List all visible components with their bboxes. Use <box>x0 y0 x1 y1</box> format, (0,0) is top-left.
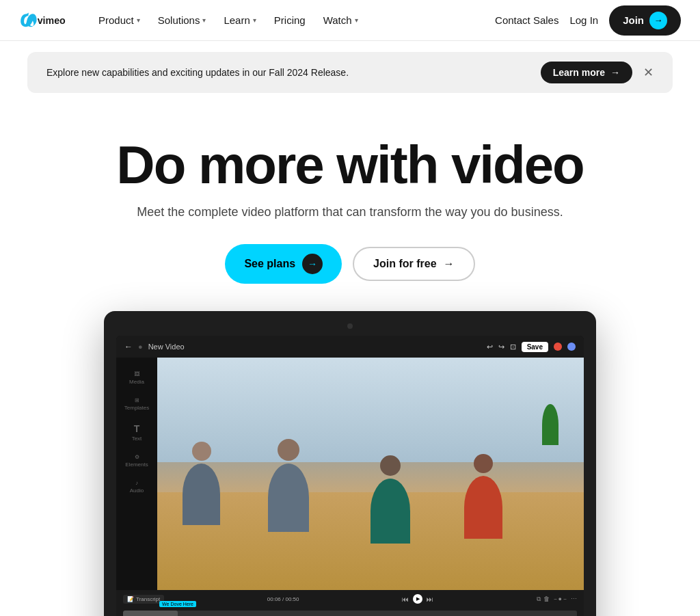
person-4 <box>464 454 502 539</box>
track-progress <box>123 611 178 616</box>
learn-more-arrow-icon: → <box>610 67 620 78</box>
nav-learn[interactable]: Learn ▾ <box>217 10 262 30</box>
laptop-body: ← ● New Video ↩ ↪ ⊡ Save <box>104 311 596 616</box>
learn-more-button[interactable]: Learn more → <box>541 62 632 83</box>
banner-text: Explore new capabilities and exciting up… <box>46 67 349 78</box>
video-preview <box>157 358 584 590</box>
app-header: ← ● New Video ↩ ↪ ⊡ Save <box>116 336 584 358</box>
login-link[interactable]: Log In <box>569 14 598 26</box>
sidebar-templates[interactable]: ⊞ Templates <box>116 390 157 416</box>
hero-headline: Do more with video <box>14 138 686 191</box>
undo-icon[interactable]: ↩ <box>487 343 493 351</box>
more-controls[interactable]: ⋯ <box>571 595 577 602</box>
person-3 <box>371 455 410 544</box>
skip-forward-icon[interactable]: ⏭ <box>427 595 433 603</box>
product-chevron-icon: ▾ <box>137 16 140 24</box>
video-dot-icon: ● <box>138 343 143 351</box>
delete-icon[interactable]: 🗑 <box>543 595 550 602</box>
solutions-chevron-icon: ▾ <box>202 16 206 24</box>
join-free-arrow-icon: → <box>444 258 455 270</box>
nav-right: Contact Sales Log In Join → <box>495 5 681 36</box>
app-sidebar: 🖼 Media ⊞ Templates T Text ⚙ <box>116 358 157 590</box>
app-main-area: 🖼 Media ⊞ Templates T Text ⚙ <box>116 358 584 590</box>
see-plans-arrow-icon: → <box>302 254 323 274</box>
contact-sales-link[interactable]: Contact Sales <box>495 14 558 26</box>
navbar: vimeo Product ▾ Solutions ▾ Learn ▾ Pric… <box>0 0 700 41</box>
nav-watch[interactable]: Watch ▾ <box>317 10 365 30</box>
svg-text:vimeo: vimeo <box>38 15 66 26</box>
redo-icon[interactable]: ↪ <box>498 343 504 351</box>
skip-back-icon[interactable]: ⏮ <box>402 595 409 603</box>
join-button[interactable]: Join → <box>609 5 681 36</box>
laptop-screen: ← ● New Video ↩ ↪ ⊡ Save <box>116 336 584 616</box>
plant-decoration <box>542 404 558 445</box>
sidebar-audio[interactable]: ♪ Audio <box>116 473 157 499</box>
laptop-camera <box>347 323 353 329</box>
close-banner-button[interactable]: ✕ <box>643 65 654 80</box>
laptop-device: ← ● New Video ↩ ↪ ⊡ Save <box>104 311 596 616</box>
clip-label: We Dove Here <box>159 601 196 607</box>
laptop-mockup: ← ● New Video ↩ ↪ ⊡ Save <box>0 304 700 616</box>
join-free-button[interactable]: Join for free → <box>353 247 474 281</box>
timeline-right-controls: ⧉ 🗑 －●－ ⋯ <box>537 595 577 604</box>
hero-section: Do more with video Meet the complete vid… <box>0 104 700 304</box>
meeting-scene <box>157 358 584 590</box>
nav-pricing[interactable]: Pricing <box>267 10 312 30</box>
app-header-right: ↩ ↪ ⊡ Save <box>487 342 576 352</box>
watch-chevron-icon: ▾ <box>355 16 358 24</box>
banner-actions: Learn more → ✕ <box>541 62 654 83</box>
sidebar-text[interactable]: T Text <box>116 416 157 447</box>
zoom-controls[interactable]: －●－ <box>552 595 568 604</box>
time-display: 00:06 / 00:50 <box>267 596 299 602</box>
nav-product[interactable]: Product ▾ <box>92 10 147 30</box>
sidebar-media[interactable]: 🖼 Media <box>116 364 157 390</box>
app-header-left: ← ● New Video <box>124 342 185 351</box>
play-button[interactable]: ▶ <box>413 594 422 604</box>
save-button[interactable]: Save <box>522 342 548 352</box>
hero-cta-buttons: See plans → Join for free → <box>14 244 686 284</box>
app-video-title: New Video <box>148 343 185 351</box>
copy-icon[interactable]: ⧉ <box>537 595 541 603</box>
record-button[interactable] <box>554 343 562 351</box>
join-arrow-icon: → <box>649 12 667 29</box>
playback-controls: ⏮ ▶ ⏭ <box>402 594 433 604</box>
person-2 <box>268 439 309 532</box>
screen-icon[interactable]: ⊡ <box>510 343 516 351</box>
logo[interactable]: vimeo <box>19 12 74 29</box>
back-button[interactable]: ← <box>124 342 133 351</box>
user-avatar[interactable] <box>567 343 576 351</box>
sidebar-elements[interactable]: ⚙ Elements <box>116 447 157 473</box>
see-plans-button[interactable]: See plans → <box>225 244 342 284</box>
announcement-banner: Explore new capabilities and exciting up… <box>27 52 673 93</box>
track-bar-1[interactable] <box>123 611 577 616</box>
nav-left: vimeo Product ▾ Solutions ▾ Learn ▾ Pric… <box>19 10 365 30</box>
transcript-badge[interactable]: 📝 Transcript <box>123 595 164 604</box>
hero-subheadline: Meet the complete video platform that ca… <box>14 205 686 219</box>
learn-chevron-icon: ▾ <box>253 16 256 24</box>
person-1 <box>183 442 220 525</box>
timeline-area: 📝 Transcript 00:06 / 00:50 ⏮ ▶ ⏭ ⧉ 🗑 <box>116 590 584 616</box>
window-background <box>157 358 584 462</box>
timeline-track-1: We Dove Here <box>123 611 577 616</box>
nav-solutions[interactable]: Solutions ▾ <box>151 10 213 30</box>
